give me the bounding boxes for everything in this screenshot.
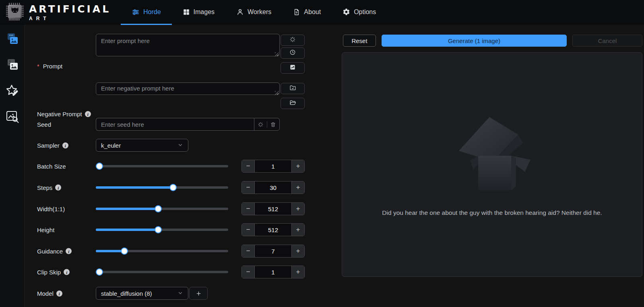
- sampler-select[interactable]: k_euler: [96, 139, 188, 152]
- steps-slider[interactable]: [96, 186, 228, 189]
- sliders-icon: [132, 8, 140, 16]
- batch-size-value: 1: [254, 160, 292, 172]
- image-search-icon: [5, 110, 20, 125]
- height-decrement-button[interactable]: −: [242, 224, 254, 236]
- sidebar-item-rate-images[interactable]: [5, 84, 20, 99]
- sidebar-item-image-to-image[interactable]: [5, 59, 20, 73]
- info-icon[interactable]: i: [66, 248, 72, 254]
- clip-skip-increment-button[interactable]: +: [292, 266, 304, 278]
- width-1-1-increment-button[interactable]: +: [292, 203, 304, 215]
- row-clip-skip: Clip Skipi−1+: [25, 266, 305, 278]
- steps-slider-handle[interactable]: [169, 184, 177, 191]
- height-slider-handle[interactable]: [155, 226, 162, 233]
- brand-logo[interactable]: ARTIFICIAL ART: [0, 0, 121, 25]
- sidebar-item-text-to-image[interactable]: [5, 33, 20, 47]
- text-to-image-icon: [6, 33, 19, 48]
- app-root: ARTIFICIAL ART HordeImagesWorkersAboutOp…: [0, 0, 644, 307]
- app-header: ARTIFICIAL ART HordeImagesWorkersAboutOp…: [0, 0, 644, 25]
- info-icon[interactable]: i: [56, 291, 62, 297]
- steps-stepper: −30+: [242, 181, 305, 194]
- styles-button[interactable]: [281, 62, 305, 74]
- tab-label: Horde: [143, 8, 161, 16]
- empty-state-message: Did you hear the one about the guy with …: [370, 209, 614, 216]
- height-increment-button[interactable]: +: [292, 224, 304, 236]
- width-1-1-slider[interactable]: [96, 208, 228, 210]
- tab-horde[interactable]: Horde: [121, 0, 172, 25]
- batch-size-slider[interactable]: [96, 165, 228, 167]
- width-1-1-value: 512: [254, 203, 292, 215]
- row-batch-size: Batch Size−1+: [25, 160, 305, 173]
- empty-box-icon: [447, 113, 537, 197]
- width-1-1-slider-handle[interactable]: [155, 205, 162, 212]
- width-1-1-decrement-button[interactable]: −: [242, 203, 254, 215]
- seed-tools: [254, 118, 280, 131]
- clear-seed-button[interactable]: [267, 118, 280, 130]
- load-preset-button[interactable]: [281, 98, 305, 109]
- tab-options[interactable]: Options: [332, 0, 387, 25]
- clip-skip-stepper: −1+: [242, 266, 305, 278]
- chip-cat-logo-icon: [6, 2, 24, 23]
- row-steps: Stepsi−30+: [25, 181, 305, 194]
- grid-icon: [183, 8, 190, 16]
- generate-button[interactable]: Generate (1 image): [382, 35, 567, 47]
- info-icon[interactable]: i: [64, 269, 70, 275]
- sampler-label: Sampler i: [37, 142, 68, 149]
- clip-skip-slider[interactable]: [96, 271, 228, 273]
- chevron-down-icon: [178, 142, 183, 149]
- tab-about[interactable]: About: [282, 0, 332, 25]
- main-nav: HordeImagesWorkersAboutOptions: [121, 0, 387, 25]
- prompt-history-button[interactable]: [281, 47, 305, 59]
- guidance-slider-handle[interactable]: [121, 247, 128, 255]
- prompt-resize-handle[interactable]: [275, 52, 279, 56]
- batch-size-decrement-button[interactable]: −: [242, 160, 254, 172]
- clip-skip-decrement-button[interactable]: −: [242, 266, 254, 278]
- cancel-button[interactable]: Cancel: [572, 35, 642, 47]
- add-model-button[interactable]: [189, 287, 208, 300]
- clip-skip-slider-handle[interactable]: [96, 268, 103, 276]
- height-value: 512: [254, 224, 292, 236]
- gear-icon: [343, 8, 350, 16]
- document-icon: [293, 8, 300, 16]
- guidance-slider[interactable]: [96, 250, 228, 252]
- tab-label: Images: [194, 8, 215, 16]
- height-slider[interactable]: [96, 229, 228, 231]
- output-panel: Did you hear the one about the guy with …: [342, 52, 642, 277]
- main-content: * Prompt Negative Prompt i Seed: [25, 25, 644, 307]
- guidance-value: 7: [254, 245, 292, 257]
- row-width-1-1: Width(1:1)−512+: [25, 202, 305, 215]
- mode-sidebar: [0, 25, 25, 307]
- info-icon[interactable]: i: [62, 142, 68, 148]
- info-icon[interactable]: i: [55, 185, 61, 191]
- guidance-stepper: −7+: [242, 245, 305, 258]
- tab-label: Options: [354, 8, 376, 16]
- guidance-increment-button[interactable]: +: [292, 245, 304, 257]
- tab-workers[interactable]: Workers: [225, 0, 282, 25]
- sparkle-icon: [289, 36, 296, 44]
- guidance-decrement-button[interactable]: −: [242, 245, 254, 257]
- model-label: Model i: [37, 290, 62, 297]
- random-seed-button[interactable]: [254, 118, 267, 130]
- negative-prompt-resize-handle[interactable]: [275, 91, 279, 95]
- steps-decrement-button[interactable]: −: [242, 181, 254, 194]
- save-preset-button[interactable]: [281, 83, 305, 94]
- tab-images[interactable]: Images: [172, 0, 225, 25]
- folder-open-icon: [289, 99, 296, 108]
- clip-skip-label: Clip Skipi: [37, 269, 70, 276]
- seed-label: Seed: [37, 121, 51, 128]
- seed-input[interactable]: [96, 118, 254, 131]
- info-icon[interactable]: i: [85, 111, 91, 117]
- batch-size-increment-button[interactable]: +: [292, 160, 304, 172]
- prompt-label: * Prompt: [37, 63, 62, 70]
- reset-button[interactable]: Reset: [343, 35, 376, 47]
- negative-prompt-input[interactable]: [96, 82, 280, 95]
- random-prompt-button[interactable]: [281, 35, 305, 46]
- negative-prompt-label: Negative Prompt i: [37, 111, 91, 117]
- folder-check-icon: [289, 84, 296, 93]
- steps-label: Stepsi: [37, 184, 61, 191]
- sidebar-item-interrogate[interactable]: [5, 110, 20, 125]
- batch-size-slider-handle[interactable]: [96, 163, 103, 170]
- prompt-input[interactable]: [96, 34, 280, 56]
- steps-increment-button[interactable]: +: [292, 181, 304, 194]
- model-select[interactable]: stable_diffusion (8): [96, 287, 188, 300]
- chevron-down-icon: [178, 290, 183, 297]
